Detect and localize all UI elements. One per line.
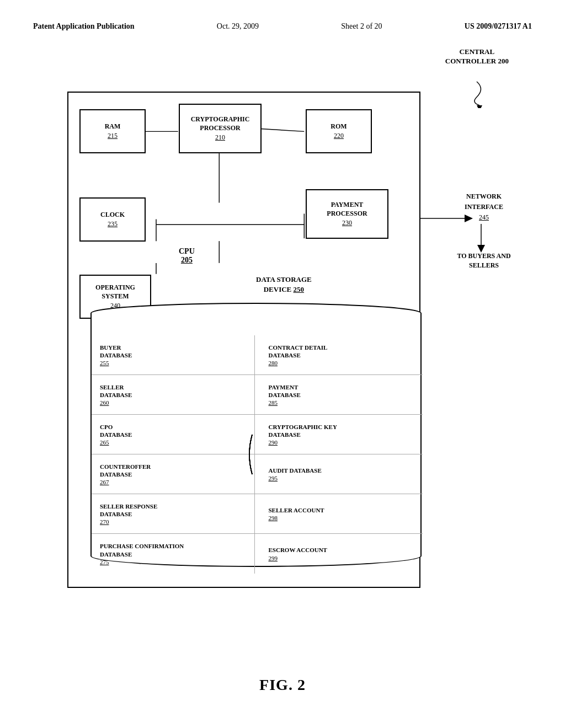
patent-number: US 2009/0271317 A1 [465, 22, 532, 31]
purchase-conf-db-num: 275 [100, 559, 109, 565]
svg-marker-11 [465, 215, 473, 222]
page: Patent Application Publication Oct. 29, … [0, 0, 565, 728]
audit-db-label: AUDIT DATABASE [269, 467, 322, 474]
rom-number: 220 [334, 132, 344, 140]
escrow-account-label: ESCROW ACCOUNT [269, 546, 327, 554]
buyer-db-label: BUYERDATABASE [100, 344, 132, 360]
ram-box: RAM 215 [79, 109, 146, 153]
payment-proc-number: 230 [342, 219, 352, 227]
publication-type: Patent Application Publication [33, 22, 135, 31]
crypto-number: 210 [215, 133, 225, 142]
escrow-account-num: 299 [269, 555, 278, 561]
cc-arrow-svg [466, 81, 488, 108]
db-cell-seller-response: SELLER RESPONSEDATABASE 270 [92, 494, 255, 533]
figure-label: FIG. 2 [33, 676, 532, 694]
buyers-sellers-label: TO BUYERS AND SELLERS [448, 251, 520, 270]
cpu-number: 205 [179, 256, 195, 265]
seller-response-db-label: SELLER RESPONSEDATABASE [100, 502, 157, 518]
db-cell-payment: PAYMENTDATABASE 285 [255, 375, 423, 414]
crypto-key-db-label: CRYPTOGRAPHIC KEYDATABASE [269, 423, 337, 439]
data-storage-text: DATA STORAGEDEVICE 250 [256, 275, 312, 293]
crypto-label: CRYPTOGRAPHICPROCESSOR [191, 115, 250, 132]
db-row-6: PURCHASE CONFIRMATIONDATABASE 275 ESCROW… [92, 534, 423, 574]
rom-box: ROM 220 [306, 109, 372, 153]
network-interface-num: 245 [479, 213, 489, 221]
seller-response-db-num: 270 [100, 518, 109, 525]
data-storage-num: 250 [294, 285, 305, 293]
database-cylinder: BUYERDATABASE 255 CONTRACT DETAILDATABAS… [90, 302, 422, 572]
cpo-db-num: 265 [100, 439, 109, 446]
diagram-container: CENTRALCONTROLLER 200 [45, 47, 520, 654]
rom-label: ROM [331, 122, 347, 131]
cpu-text: CPU [179, 247, 195, 255]
counteroffer-db-label: COUNTEROFFERDATABASE [100, 463, 151, 479]
db-cell-cpo: CPODATABASE 265 [92, 415, 255, 454]
payment-proc-label: PAYMENTPROCESSOR [327, 201, 367, 218]
clock-box: CLOCK 235 [79, 197, 146, 242]
clock-label: CLOCK [100, 211, 125, 220]
cpo-db-label: CPODATABASE [100, 423, 132, 439]
audit-db-num: 295 [269, 475, 278, 481]
os-label: OPERATINGSYSTEM [95, 283, 135, 301]
seller-db-num: 260 [100, 399, 109, 406]
page-header: Patent Application Publication Oct. 29, … [33, 22, 532, 31]
sheet-info: Sheet 2 of 20 [341, 22, 382, 31]
central-controller-text: CENTRALCONTROLLER 200 [445, 47, 509, 65]
payment-db-num: 285 [269, 399, 278, 406]
seller-account-label: SELLER ACCOUNT [269, 506, 324, 514]
network-interface-label: NETWORKINTERFACE [465, 192, 503, 211]
buyer-db-num: 255 [100, 360, 109, 366]
db-cell-seller-account: SELLER ACCOUNT 298 [255, 494, 423, 533]
data-storage-label: DATA STORAGEDEVICE 250 [256, 275, 312, 295]
db-cell-buyer: BUYERDATABASE 255 [92, 335, 255, 374]
seller-account-num: 298 [269, 515, 278, 521]
clock-number: 235 [108, 220, 118, 228]
payment-proc-box: PAYMENTPROCESSOR 230 [306, 189, 388, 239]
db-cell-counteroffer: COUNTEROFFERDATABASE 267 [92, 454, 255, 494]
ni-down-arrow-svg [473, 224, 489, 254]
figure-text: FIG. 2 [259, 676, 306, 693]
svg-marker-0 [477, 105, 482, 108]
contract-db-label: CONTRACT DETAILDATABASE [269, 344, 328, 360]
contract-db-num: 280 [269, 360, 278, 366]
ni-arrow-svg [420, 210, 476, 227]
counteroffer-db-num: 267 [100, 479, 109, 485]
payment-db-label: PAYMENTDATABASE [269, 383, 301, 399]
publication-date: Oct. 29, 2009 [217, 22, 259, 31]
crypto-box: CRYPTOGRAPHICPROCESSOR 210 [179, 104, 262, 153]
database-rows: BUYERDATABASE 255 CONTRACT DETAILDATABAS… [92, 335, 423, 574]
db-cell-audit: AUDIT DATABASE 295 [255, 454, 423, 494]
seller-db-label: SELLERDATABASE [100, 383, 132, 399]
main-controller-box: RAM 215 CRYPTOGRAPHICPROCESSOR 210 ROM 2… [67, 92, 420, 588]
curve-div-6 [244, 335, 260, 574]
svg-line-2 [260, 129, 305, 131]
db-cell-escrow: ESCROW ACCOUNT 299 [255, 534, 423, 574]
purchase-conf-db-label: PURCHASE CONFIRMATIONDATABASE [100, 542, 184, 558]
db-cell-seller: SELLERDATABASE 260 [92, 375, 255, 414]
cpu-label: CPU 205 [179, 247, 195, 265]
buyers-sellers-text: TO BUYERS AND SELLERS [457, 252, 510, 269]
central-controller-label: CENTRALCONTROLLER 200 [445, 47, 509, 66]
db-cell-purchase-conf: PURCHASE CONFIRMATIONDATABASE 275 [92, 534, 255, 574]
db-cell-crypto-key: CRYPTOGRAPHIC KEYDATABASE 290 [255, 415, 423, 454]
cylinder-body: BUYERDATABASE 255 CONTRACT DETAILDATABAS… [90, 313, 422, 567]
db-cell-contract: CONTRACT DETAILDATABASE 280 [255, 335, 423, 374]
ram-label: RAM [105, 122, 121, 131]
ram-number: 215 [108, 132, 118, 140]
crypto-key-db-num: 290 [269, 439, 278, 446]
